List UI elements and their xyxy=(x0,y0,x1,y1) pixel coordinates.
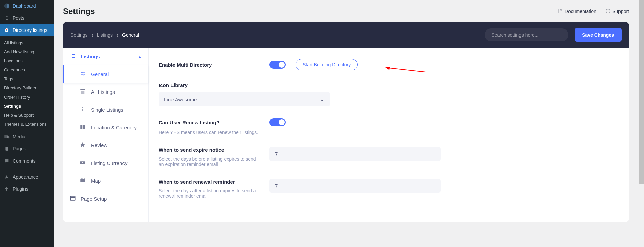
menu-posts[interactable]: Posts xyxy=(0,12,54,24)
svg-point-17 xyxy=(83,74,84,75)
svg-rect-21 xyxy=(82,109,83,112)
comments-icon xyxy=(3,158,10,164)
nav-location-category[interactable]: Location & Category xyxy=(63,119,148,136)
svg-point-4 xyxy=(7,136,10,139)
nav-all-listings[interactable]: All Listings xyxy=(63,83,148,101)
menu-appearance[interactable]: Appearance xyxy=(0,171,54,183)
field-enable-multi-directory: Enable Multi Directory Start Building Di… xyxy=(159,54,619,74)
window-icon xyxy=(70,195,76,202)
nav-review-label: Review xyxy=(91,142,107,148)
chevron-down-icon: ⌄ xyxy=(320,96,325,102)
nav-listing-currency-label: Listing Currency xyxy=(91,160,127,166)
nav-group-listings[interactable]: Listings ▲ xyxy=(63,48,148,65)
svg-point-2 xyxy=(6,29,7,30)
header-links: Documentation Support xyxy=(558,9,629,14)
plugins-icon xyxy=(3,186,10,192)
nav-all-listings-label: All Listings xyxy=(91,89,115,95)
breadcrumb: Settings ❯ Listings ❯ General xyxy=(70,32,139,38)
support-link[interactable]: Support xyxy=(606,9,629,14)
menu-comments-label: Comments xyxy=(13,158,36,164)
start-building-directory-button[interactable]: Start Building Directory xyxy=(296,59,358,70)
svg-marker-29 xyxy=(80,178,85,182)
page-scrollbar[interactable] xyxy=(638,0,644,247)
settings-search-input[interactable] xyxy=(485,28,568,41)
submenu-tags[interactable]: Tags xyxy=(0,74,54,83)
submenu-settings[interactable]: Settings xyxy=(0,102,54,111)
svg-rect-6 xyxy=(6,147,8,151)
submenu-add-new[interactable]: Add New listing xyxy=(0,47,54,56)
nav-map[interactable]: Map xyxy=(63,172,148,190)
expire-notice-label: When to send expire notice xyxy=(159,147,259,153)
content-area: Settings Documentation Support Settings … xyxy=(54,0,638,247)
breadcrumb-listings[interactable]: Listings xyxy=(97,32,113,38)
renew-toggle[interactable] xyxy=(269,118,286,126)
svg-rect-24 xyxy=(80,127,82,129)
icon-library-label: Icon Library xyxy=(159,82,259,88)
grid-icon xyxy=(80,124,86,131)
submenu-order-history[interactable]: Order History xyxy=(0,92,54,102)
icon-library-select[interactable]: Line Awesome ⌄ xyxy=(159,92,330,106)
submenu-all-listings[interactable]: All listings xyxy=(0,38,54,47)
map-icon xyxy=(80,177,86,184)
renewal-reminder-input[interactable]: 7 xyxy=(269,179,441,193)
renew-help: Here YES means users can renew their lis… xyxy=(159,130,619,135)
directory-submenu: All listings Add New listing Locations C… xyxy=(0,36,54,131)
pin-icon xyxy=(3,15,10,21)
menu-appearance-label: Appearance xyxy=(13,174,38,180)
menu-posts-label: Posts xyxy=(13,15,24,21)
submenu-categories[interactable]: Categories xyxy=(0,65,54,74)
sliders-icon xyxy=(80,71,86,78)
list-icon xyxy=(70,53,76,60)
nav-location-category-label: Location & Category xyxy=(91,125,137,130)
chevron-right-icon: ❯ xyxy=(91,33,94,37)
expire-notice-help: Select the days before a listing expires… xyxy=(159,156,259,167)
svg-rect-23 xyxy=(83,125,85,127)
nav-page-setup-label: Page Setup xyxy=(81,196,107,202)
submenu-themes-ext[interactable]: Themes & Extensions xyxy=(0,120,54,129)
enable-multi-label: Enable Multi Directory xyxy=(159,62,259,68)
renewal-reminder-value: 7 xyxy=(275,183,278,189)
svg-rect-22 xyxy=(80,125,82,127)
chevron-up-icon: ▲ xyxy=(138,55,142,59)
menu-media[interactable]: Media xyxy=(0,131,54,143)
expire-notice-input[interactable]: 7 xyxy=(269,147,441,161)
nav-page-setup[interactable]: Page Setup xyxy=(63,190,148,208)
pages-icon xyxy=(3,145,10,152)
topbar-right: Save Changes xyxy=(485,28,622,42)
menu-comments[interactable]: Comments xyxy=(0,155,54,167)
menu-dashboard[interactable]: Dashboard xyxy=(0,0,54,12)
menu-plugins-label: Plugins xyxy=(13,186,28,192)
nav-review[interactable]: Review xyxy=(63,136,148,154)
support-icon xyxy=(606,9,610,14)
menu-plugins[interactable]: Plugins xyxy=(0,183,54,195)
expire-notice-value: 7 xyxy=(275,151,278,157)
nav-map-label: Map xyxy=(91,178,101,184)
breadcrumb-settings[interactable]: Settings xyxy=(70,32,88,38)
svg-rect-19 xyxy=(81,91,85,94)
menu-pages[interactable]: Pages xyxy=(0,143,54,155)
info-icon xyxy=(80,106,86,113)
submenu-help-support[interactable]: Help & Support xyxy=(0,111,54,120)
archive-icon xyxy=(80,88,86,96)
field-renew-listing: Can User Renew Listing? Here YES means u… xyxy=(159,110,619,138)
svg-point-16 xyxy=(81,72,82,73)
breadcrumb-general: General xyxy=(122,32,139,38)
dashboard-icon xyxy=(3,3,10,9)
settings-panel: Listings ▲ General All Listings xyxy=(63,48,629,222)
appearance-icon xyxy=(3,174,10,180)
submenu-locations[interactable]: Locations xyxy=(0,56,54,65)
renewal-reminder-label: When to send renewal reminder xyxy=(159,179,259,185)
nav-single-listings-label: Single Listings xyxy=(91,107,123,113)
nav-general[interactable]: General xyxy=(63,65,148,83)
nav-listing-currency[interactable]: Listing Currency xyxy=(63,154,148,172)
renewal-reminder-help: Select the days after a listing expires … xyxy=(159,188,259,199)
submenu-directory-builder[interactable]: Directory Builder xyxy=(0,83,54,92)
documentation-label: Documentation xyxy=(565,9,596,14)
enable-multi-toggle[interactable] xyxy=(269,61,286,69)
nav-single-listings[interactable]: Single Listings xyxy=(63,101,148,119)
nav-sublist: General All Listings Single Listings xyxy=(63,65,148,190)
doc-icon xyxy=(558,9,563,14)
documentation-link[interactable]: Documentation xyxy=(558,9,596,14)
save-changes-button[interactable]: Save Changes xyxy=(575,28,622,42)
menu-directory-listings[interactable]: Directory listings xyxy=(0,24,54,36)
